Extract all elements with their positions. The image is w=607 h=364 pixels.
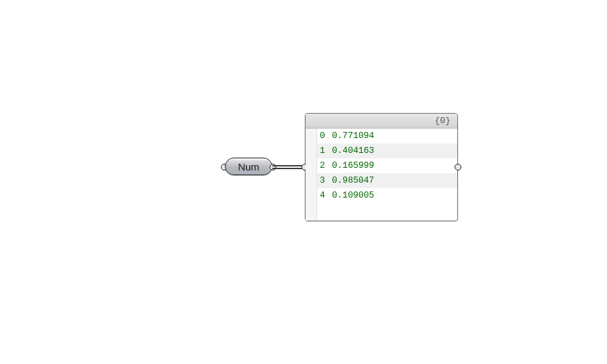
panel-header: {0} <box>306 114 457 129</box>
panel-row-index: 0 <box>320 129 332 143</box>
list-item: 1 0.404163 <box>317 143 457 158</box>
panel-row-value: 0.165999 <box>332 158 457 173</box>
list-item: 0 0.771094 <box>317 129 457 143</box>
panel-gutter <box>306 129 317 221</box>
wire-num-to-panel <box>272 164 302 170</box>
panel-row-value: 0.985047 <box>332 173 457 188</box>
num-node-label: Num <box>238 161 259 173</box>
num-capsule[interactable]: Num <box>225 158 272 175</box>
list-item: 3 0.985047 <box>317 173 457 188</box>
panel-row-value: 0.771094 <box>332 129 457 143</box>
panel-row-value: 0.404163 <box>332 143 457 158</box>
panel-path-label: {0} <box>435 116 451 126</box>
panel-row-index: 4 <box>320 188 332 203</box>
panel-node[interactable]: {0} 0 0.771094 1 0.404163 2 0.165999 3 0… <box>305 113 458 221</box>
list-item: 4 0.109005 <box>317 188 457 203</box>
panel-body: 0 0.771094 1 0.404163 2 0.165999 3 0.985… <box>306 129 457 221</box>
panel-row-index: 3 <box>320 173 332 188</box>
panel-list: 0 0.771094 1 0.404163 2 0.165999 3 0.985… <box>317 129 457 221</box>
panel-row-index: 1 <box>320 143 332 158</box>
num-node[interactable]: Num <box>225 158 272 177</box>
list-item: 2 0.165999 <box>317 158 457 173</box>
panel-row-index: 2 <box>320 158 332 173</box>
panel-row-value: 0.109005 <box>332 188 457 203</box>
